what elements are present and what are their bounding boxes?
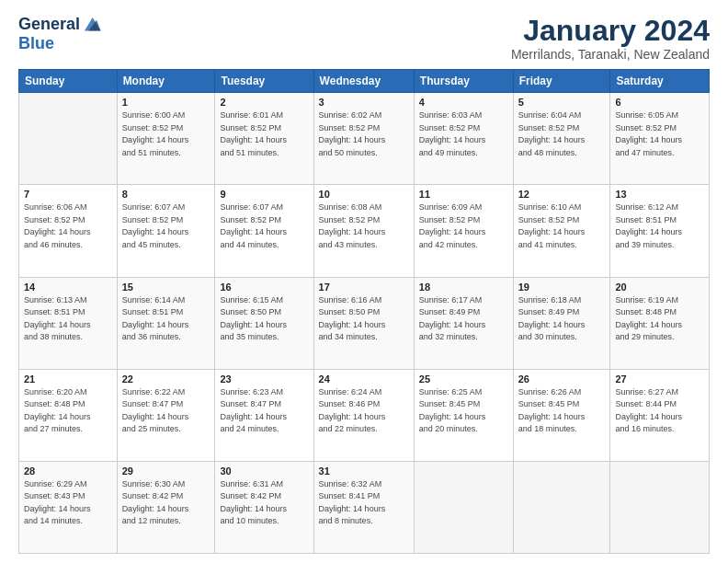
- day-number: 7: [24, 189, 112, 200]
- calendar-cell-w4d3: 23Sunrise: 6:23 AMSunset: 8:47 PMDayligh…: [215, 369, 313, 461]
- calendar-cell-w1d3: 2Sunrise: 6:01 AMSunset: 8:52 PMDaylight…: [215, 93, 313, 185]
- daylight-line1: Daylight: 14 hours: [615, 226, 704, 239]
- daylight-line2: and 25 minutes.: [122, 423, 210, 436]
- daylight-text: Daylight: 14 hoursand 32 minutes.: [419, 319, 508, 344]
- sunrise-text: Sunrise: 6:07 AM: [220, 201, 308, 214]
- sunset-text: Sunset: 8:52 PM: [419, 122, 508, 135]
- calendar-cell-w2d3: 9Sunrise: 6:07 AMSunset: 8:52 PMDaylight…: [215, 185, 313, 277]
- day-info: Sunrise: 6:09 AMSunset: 8:52 PMDaylight:…: [419, 201, 508, 251]
- sunset-text: Sunset: 8:51 PM: [615, 214, 704, 227]
- calendar-cell-w1d2: 1Sunrise: 6:00 AMSunset: 8:52 PMDaylight…: [117, 93, 215, 185]
- daylight-line2: and 18 minutes.: [518, 423, 606, 436]
- day-number: 20: [615, 282, 704, 293]
- daylight-line2: and 44 minutes.: [220, 239, 308, 252]
- sunset-text: Sunset: 8:44 PM: [615, 398, 704, 411]
- daylight-text: Daylight: 14 hoursand 18 minutes.: [518, 411, 606, 436]
- daylight-line2: and 42 minutes.: [419, 239, 508, 252]
- day-info: Sunrise: 6:19 AMSunset: 8:48 PMDaylight:…: [615, 294, 704, 344]
- daylight-line1: Daylight: 14 hours: [220, 226, 308, 239]
- calendar-header-wednesday: Wednesday: [313, 70, 414, 93]
- sunset-text: Sunset: 8:52 PM: [518, 214, 606, 227]
- calendar-cell-w5d5: [414, 461, 513, 553]
- daylight-text: Daylight: 14 hoursand 48 minutes.: [518, 134, 606, 159]
- sunset-text: Sunset: 8:52 PM: [319, 214, 409, 227]
- sunrise-text: Sunrise: 6:30 AM: [122, 478, 210, 491]
- daylight-line1: Daylight: 14 hours: [319, 411, 409, 424]
- page: General Blue January 2024 Merrilands, Ta…: [0, 0, 728, 563]
- day-info: Sunrise: 6:13 AMSunset: 8:51 PMDaylight:…: [24, 294, 112, 344]
- calendar-cell-w2d1: 7Sunrise: 6:06 AMSunset: 8:52 PMDaylight…: [19, 185, 118, 277]
- daylight-line1: Daylight: 14 hours: [319, 503, 409, 516]
- sunrise-text: Sunrise: 6:04 AM: [518, 109, 606, 122]
- day-number: 28: [24, 465, 112, 477]
- calendar-header-monday: Monday: [117, 70, 215, 93]
- day-number: 6: [615, 97, 704, 108]
- calendar-cell-w3d2: 15Sunrise: 6:14 AMSunset: 8:51 PMDayligh…: [117, 277, 215, 369]
- daylight-line2: and 10 minutes.: [220, 515, 308, 528]
- daylight-text: Daylight: 14 hoursand 43 minutes.: [319, 226, 409, 251]
- calendar-cell-w3d6: 19Sunrise: 6:18 AMSunset: 8:49 PMDayligh…: [513, 277, 610, 369]
- daylight-line1: Daylight: 14 hours: [419, 319, 508, 332]
- day-info: Sunrise: 6:26 AMSunset: 8:45 PMDaylight:…: [518, 386, 606, 436]
- daylight-text: Daylight: 14 hoursand 41 minutes.: [518, 226, 606, 251]
- day-info: Sunrise: 6:08 AMSunset: 8:52 PMDaylight:…: [319, 201, 409, 251]
- daylight-text: Daylight: 14 hoursand 51 minutes.: [220, 134, 308, 159]
- calendar-cell-w1d1: [19, 93, 118, 185]
- daylight-line1: Daylight: 14 hours: [419, 411, 508, 424]
- daylight-line2: and 43 minutes.: [319, 239, 409, 252]
- daylight-line2: and 34 minutes.: [319, 331, 409, 344]
- daylight-line2: and 29 minutes.: [615, 331, 704, 344]
- daylight-line1: Daylight: 14 hours: [220, 319, 308, 332]
- daylight-text: Daylight: 14 hoursand 34 minutes.: [319, 319, 409, 344]
- day-info: Sunrise: 6:31 AMSunset: 8:42 PMDaylight:…: [220, 478, 308, 528]
- calendar-cell-w3d3: 16Sunrise: 6:15 AMSunset: 8:50 PMDayligh…: [215, 277, 313, 369]
- daylight-line1: Daylight: 14 hours: [615, 411, 704, 424]
- daylight-text: Daylight: 14 hoursand 50 minutes.: [319, 134, 409, 159]
- sunset-text: Sunset: 8:42 PM: [122, 490, 210, 503]
- day-number: 30: [220, 465, 308, 477]
- day-info: Sunrise: 6:16 AMSunset: 8:50 PMDaylight:…: [319, 294, 409, 344]
- day-number: 29: [122, 465, 210, 477]
- day-info: Sunrise: 6:05 AMSunset: 8:52 PMDaylight:…: [615, 109, 704, 159]
- sunset-text: Sunset: 8:52 PM: [319, 122, 409, 135]
- daylight-line2: and 47 minutes.: [615, 147, 704, 160]
- day-info: Sunrise: 6:20 AMSunset: 8:48 PMDaylight:…: [24, 386, 112, 436]
- day-number: 10: [319, 189, 409, 200]
- sunrise-text: Sunrise: 6:06 AM: [24, 201, 112, 214]
- daylight-line2: and 12 minutes.: [122, 515, 210, 528]
- sunset-text: Sunset: 8:50 PM: [220, 306, 308, 319]
- day-info: Sunrise: 6:12 AMSunset: 8:51 PMDaylight:…: [615, 201, 704, 251]
- logo: General Blue: [18, 15, 102, 53]
- daylight-text: Daylight: 14 hoursand 46 minutes.: [24, 226, 112, 251]
- calendar-header-thursday: Thursday: [414, 70, 513, 93]
- calendar-week-3: 14Sunrise: 6:13 AMSunset: 8:51 PMDayligh…: [19, 277, 710, 369]
- calendar-cell-w1d7: 6Sunrise: 6:05 AMSunset: 8:52 PMDaylight…: [610, 93, 710, 185]
- daylight-text: Daylight: 14 hoursand 16 minutes.: [615, 411, 704, 436]
- daylight-text: Daylight: 14 hoursand 42 minutes.: [419, 226, 508, 251]
- calendar-cell-w4d1: 21Sunrise: 6:20 AMSunset: 8:48 PMDayligh…: [19, 369, 118, 461]
- header: General Blue January 2024 Merrilands, Ta…: [18, 15, 710, 62]
- sunrise-text: Sunrise: 6:03 AM: [419, 109, 508, 122]
- sunrise-text: Sunrise: 6:15 AM: [220, 294, 308, 307]
- daylight-text: Daylight: 14 hoursand 10 minutes.: [220, 503, 308, 528]
- daylight-line1: Daylight: 14 hours: [24, 226, 112, 239]
- sunset-text: Sunset: 8:49 PM: [419, 306, 508, 319]
- sunrise-text: Sunrise: 6:32 AM: [319, 478, 409, 491]
- daylight-line1: Daylight: 14 hours: [518, 319, 606, 332]
- daylight-line2: and 51 minutes.: [220, 147, 308, 160]
- day-info: Sunrise: 6:17 AMSunset: 8:49 PMDaylight:…: [419, 294, 508, 344]
- day-info: Sunrise: 6:01 AMSunset: 8:52 PMDaylight:…: [220, 109, 308, 159]
- sunset-text: Sunset: 8:51 PM: [24, 306, 112, 319]
- day-info: Sunrise: 6:30 AMSunset: 8:42 PMDaylight:…: [122, 478, 210, 528]
- daylight-line1: Daylight: 14 hours: [319, 319, 409, 332]
- sunset-text: Sunset: 8:46 PM: [319, 398, 409, 411]
- daylight-line1: Daylight: 14 hours: [319, 226, 409, 239]
- sunrise-text: Sunrise: 6:31 AM: [220, 478, 308, 491]
- day-number: 24: [319, 373, 409, 385]
- calendar-cell-w5d6: [513, 461, 610, 553]
- sunset-text: Sunset: 8:47 PM: [220, 398, 308, 411]
- daylight-line2: and 45 minutes.: [122, 239, 210, 252]
- day-number: 3: [319, 97, 409, 108]
- sunrise-text: Sunrise: 6:13 AM: [24, 294, 112, 307]
- daylight-line1: Daylight: 14 hours: [615, 319, 704, 332]
